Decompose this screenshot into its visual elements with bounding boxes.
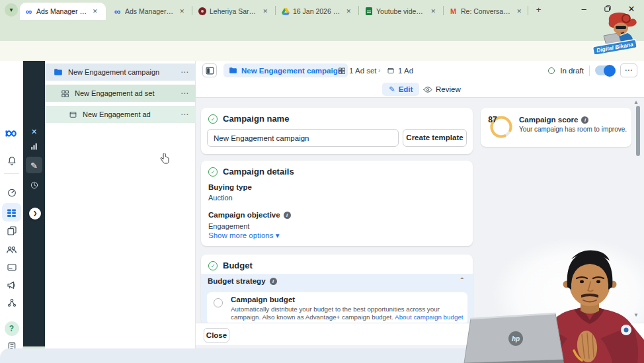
card-title: Campaign name bbox=[223, 114, 289, 124]
scroll-up-icon[interactable]: ▲ bbox=[633, 99, 639, 105]
campaign-tree-panel: New Engagement campaign ⋯ New Engagement… bbox=[45, 61, 196, 363]
channel-sticker: Digital Bikana bbox=[589, 11, 641, 54]
tab-close-icon[interactable]: ✕ bbox=[261, 8, 268, 15]
sheets-favicon bbox=[364, 7, 373, 16]
browser-toolbar: ← → ⟳ adsmanager.facebook.com/adsmanager… bbox=[0, 20, 644, 41]
tab-divider bbox=[443, 6, 444, 15]
tab-edit-label: Edit bbox=[399, 85, 413, 93]
campaign-score-card: 87 Campaign score i Your campaign has ro… bbox=[481, 108, 631, 147]
browser-tab-5[interactable]: Youtube videos co ✕ bbox=[360, 3, 440, 20]
audiences-icon[interactable] bbox=[0, 241, 23, 258]
history-clock-icon[interactable] bbox=[23, 177, 45, 193]
objective-label: Campaign objective i bbox=[208, 211, 291, 219]
tab-title: Youtube videos co bbox=[376, 7, 426, 15]
notifications-bell-icon[interactable] bbox=[0, 152, 23, 169]
mouse-cursor bbox=[160, 153, 169, 167]
publish-toggle[interactable] bbox=[595, 65, 615, 75]
score-title: Campaign score i bbox=[519, 116, 588, 124]
edit-pencil-icon[interactable]: ✎ bbox=[23, 157, 45, 173]
tree-item-ad[interactable]: New Engagement ad ⋯ bbox=[45, 106, 196, 123]
tab-close-icon[interactable]: ✕ bbox=[178, 8, 184, 15]
site-favicon bbox=[198, 7, 206, 15]
draft-status-label: In draft bbox=[560, 67, 584, 75]
close-panel-icon[interactable]: ✕ bbox=[23, 124, 45, 140]
buying-type-value: Auction bbox=[208, 194, 233, 202]
draft-status-icon bbox=[548, 67, 555, 74]
billing-card-icon[interactable] bbox=[0, 259, 23, 276]
tree-item-label: New Engagement ad set bbox=[75, 89, 154, 97]
breadcrumb-chevron-icon: › bbox=[378, 63, 380, 77]
tree-item-adset[interactable]: New Engagement ad set ⋯ bbox=[45, 85, 196, 102]
drive-favicon bbox=[281, 7, 290, 16]
budget-card: ✓ Budget Budget strategy i ⌃ Campaign bu… bbox=[201, 255, 473, 324]
performance-chart-icon[interactable] bbox=[23, 138, 45, 154]
editor-header: New Engagement campaign › 1 Ad set › 1 A… bbox=[196, 61, 644, 80]
meta-favicon: ∞ bbox=[113, 7, 122, 16]
tab-search-icon[interactable]: ▾ bbox=[5, 3, 18, 17]
tab-divider bbox=[275, 6, 276, 15]
tab-title: Ads Manager - Ma bbox=[125, 7, 175, 15]
tab-title: Re: Conversation w bbox=[461, 7, 512, 15]
create-template-button[interactable]: Create template bbox=[403, 129, 467, 147]
breadcrumb-ad-label: 1 Ad bbox=[398, 67, 413, 75]
campaign-budget-option[interactable]: Campaign budget Automatically distribute… bbox=[207, 292, 467, 324]
breadcrumb-ad[interactable]: 1 Ad bbox=[387, 63, 413, 77]
rail-divider bbox=[4, 173, 19, 174]
check-circle-icon: ✓ bbox=[208, 114, 218, 124]
radio-button[interactable] bbox=[214, 298, 223, 307]
breadcrumb-adset[interactable]: 1 Ad set bbox=[338, 63, 377, 77]
tab-edit[interactable]: ✎ Edit bbox=[382, 83, 419, 96]
folder-icon bbox=[229, 67, 237, 74]
expand-panel-chevron-icon[interactable]: ❯ bbox=[29, 208, 41, 220]
browser-tab-4[interactable]: 16 Jan 2026 - Goo ✕ bbox=[276, 3, 356, 20]
browser-tab-6[interactable]: M Re: Conversation w ✕ bbox=[444, 3, 526, 20]
events-manager-icon[interactable] bbox=[0, 294, 23, 311]
ads-reporting-icon[interactable] bbox=[0, 222, 23, 239]
info-icon[interactable]: i bbox=[270, 278, 277, 285]
about-campaign-budget-link[interactable]: About campaign budget bbox=[395, 313, 463, 321]
tab-divider bbox=[528, 6, 528, 15]
header-divider bbox=[589, 65, 590, 76]
tab-close-icon[interactable]: ✕ bbox=[91, 8, 98, 15]
new-tab-button[interactable]: + bbox=[533, 5, 544, 16]
buying-type-label: Buying type bbox=[208, 183, 252, 191]
tab-close-icon[interactable]: ✕ bbox=[344, 8, 351, 15]
tab-divider bbox=[358, 6, 359, 15]
toggle-sidebar-button[interactable] bbox=[202, 63, 217, 77]
info-icon[interactable]: i bbox=[581, 116, 588, 124]
tab-close-icon[interactable]: ✕ bbox=[429, 8, 436, 15]
edit-review-tabs: ✎ Edit Review bbox=[196, 80, 644, 98]
item-menu-dots-icon[interactable]: ⋯ bbox=[181, 89, 189, 98]
more-options-button[interactable]: ⋯ bbox=[620, 63, 637, 77]
tree-item-label: New Engagement campaign bbox=[68, 68, 159, 76]
show-more-options-link[interactable]: Show more options ▾ bbox=[208, 231, 279, 240]
advertise-megaphone-icon[interactable] bbox=[0, 276, 23, 294]
score-description: Your campaign has room to improve. bbox=[519, 126, 628, 133]
close-button[interactable]: Close bbox=[204, 328, 229, 343]
account-overview-icon[interactable] bbox=[0, 184, 23, 201]
help-icon[interactable]: ? bbox=[0, 320, 23, 337]
scrollbar-thumb[interactable] bbox=[636, 106, 640, 156]
toggle-knob[interactable] bbox=[604, 65, 616, 77]
pencil-icon: ✎ bbox=[389, 85, 395, 94]
tree-item-campaign[interactable]: New Engagement campaign ⋯ bbox=[45, 63, 196, 81]
tab-close-icon[interactable]: ✕ bbox=[515, 8, 522, 15]
check-circle-icon: ✓ bbox=[208, 261, 218, 270]
tab-review[interactable]: Review bbox=[423, 83, 461, 96]
info-icon[interactable]: i bbox=[284, 212, 291, 219]
item-menu-dots-icon[interactable]: ⋯ bbox=[181, 110, 189, 119]
browser-tab-3[interactable]: Leheriya Saree – li ✕ bbox=[193, 3, 272, 20]
campaigns-table-icon[interactable] bbox=[0, 204, 23, 221]
breadcrumb-adset-label: 1 Ad set bbox=[349, 67, 377, 75]
gmail-favicon: M bbox=[449, 7, 458, 16]
card-title: Campaign details bbox=[223, 167, 294, 177]
campaign-name-input[interactable] bbox=[207, 129, 399, 147]
option-description: Automatically distribute your budget to … bbox=[231, 305, 463, 321]
browser-tab-1[interactable]: ∞ Ads Manager - Ma ✕ bbox=[20, 3, 106, 20]
global-nav-rail: ? ⚙ bbox=[0, 61, 23, 363]
window-minimize-button[interactable]: – bbox=[578, 4, 590, 14]
browser-tab-2[interactable]: ∞ Ads Manager - Ma ✕ bbox=[108, 3, 189, 20]
meta-logo[interactable] bbox=[0, 125, 23, 142]
tab-title: 16 Jan 2026 - Goo bbox=[293, 7, 341, 15]
item-menu-dots-icon[interactable]: ⋯ bbox=[181, 67, 189, 77]
